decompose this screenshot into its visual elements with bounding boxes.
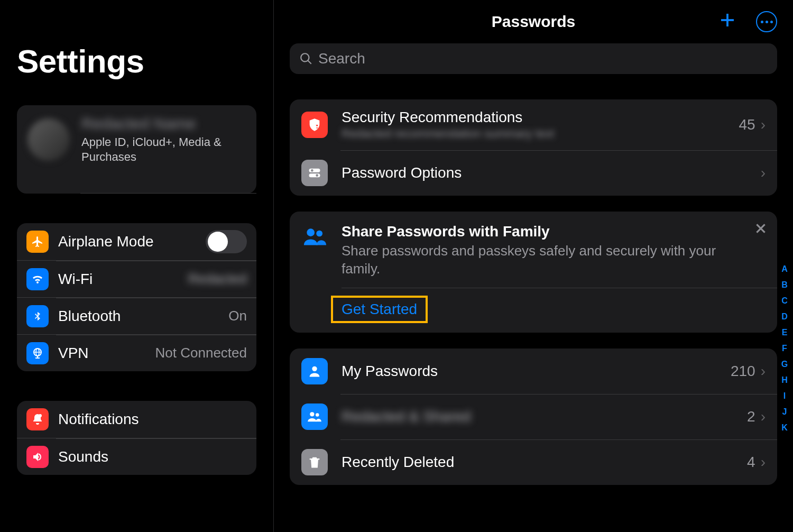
chevron-right-icon: › xyxy=(761,408,766,425)
profile-name: Redacted Name xyxy=(81,115,246,133)
notifications-icon xyxy=(26,408,49,430)
security-count: 45 xyxy=(739,116,755,133)
bluetooth-label: Bluetooth xyxy=(58,308,228,325)
chevron-right-icon: › xyxy=(761,454,766,471)
recently-deleted-label: Recently Deleted xyxy=(342,454,747,471)
alpha-index-letter[interactable]: E xyxy=(779,328,790,337)
settings-sidebar: Settings Redacted Name Apple ID, iCloud+… xyxy=(0,0,274,532)
toggles-icon xyxy=(301,160,328,186)
search-bar[interactable] xyxy=(290,43,777,74)
alpha-index-letter[interactable]: C xyxy=(779,296,790,306)
add-button[interactable] xyxy=(718,10,737,33)
wifi-value: Redacted xyxy=(188,271,247,287)
share-family-promo: Share Passwords with Family Share passwo… xyxy=(290,212,777,333)
more-button[interactable] xyxy=(756,11,777,32)
trash-icon xyxy=(301,449,328,475)
sidebar-item-vpn[interactable]: VPN Not Connected xyxy=(17,334,256,371)
wifi-label: Wi-Fi xyxy=(58,271,188,288)
alpha-index-letter[interactable]: I xyxy=(779,391,790,401)
ellipsis-icon xyxy=(761,21,773,23)
settings-title: Settings xyxy=(17,42,256,80)
sidebar-item-wifi[interactable]: Wi-Fi Redacted xyxy=(17,260,256,297)
svg-point-16 xyxy=(316,231,322,237)
security-label: Security Recommendations xyxy=(342,109,739,126)
alpha-index-letter[interactable]: F xyxy=(779,344,790,353)
passwords-groups-section: My Passwords 210 › Redacted & Shared 2 ›… xyxy=(290,348,777,485)
search-input[interactable] xyxy=(318,50,768,67)
sounds-icon xyxy=(26,446,49,468)
get-started-highlight: Get Started xyxy=(331,296,428,323)
detail-title: Passwords xyxy=(492,13,575,31)
svg-point-10 xyxy=(311,169,313,172)
vpn-icon xyxy=(26,342,49,364)
row-my-passwords[interactable]: My Passwords 210 › xyxy=(290,348,777,394)
airplane-icon xyxy=(26,231,49,253)
alpha-index-letter[interactable]: J xyxy=(779,407,790,417)
shared-group-label: Redacted & Shared xyxy=(342,408,747,425)
sidebar-item-airplane[interactable]: Airplane Mode xyxy=(17,223,256,260)
recently-deleted-count: 4 xyxy=(747,454,755,471)
sidebar-item-bluetooth[interactable]: Bluetooth On xyxy=(17,297,256,334)
svg-rect-11 xyxy=(309,173,320,177)
family-icon xyxy=(301,223,328,250)
my-passwords-label: My Passwords xyxy=(342,363,731,380)
sounds-label: Sounds xyxy=(58,448,247,465)
connectivity-group: Airplane Mode Wi-Fi Redacted Bluetooth O… xyxy=(17,223,256,371)
alpha-index[interactable]: ABCDEFGHIJK xyxy=(779,264,790,433)
row-recently-deleted[interactable]: Recently Deleted 4 › xyxy=(290,439,777,485)
alpha-index-letter[interactable]: K xyxy=(779,423,790,433)
svg-rect-9 xyxy=(309,169,320,172)
notifications-label: Notifications xyxy=(58,411,247,428)
alpha-index-letter[interactable]: B xyxy=(779,280,790,290)
alerts-group: Notifications Sounds xyxy=(17,401,256,475)
row-shared-group[interactable]: Redacted & Shared 2 › xyxy=(290,394,777,439)
promo-description: Share passwords and passkeys safely and … xyxy=(342,242,749,278)
close-button[interactable] xyxy=(754,221,768,239)
my-passwords-count: 210 xyxy=(731,363,755,380)
sidebar-item-notifications[interactable]: Notifications xyxy=(17,401,256,438)
options-label: Password Options xyxy=(342,164,761,181)
profile-subtitle: Apple ID, iCloud+, Media & Purchases xyxy=(81,135,246,164)
vpn-value: Not Connected xyxy=(155,345,247,361)
alpha-index-letter[interactable]: A xyxy=(779,264,790,274)
shield-alert-icon xyxy=(301,112,328,138)
sidebar-item-sounds[interactable]: Sounds xyxy=(17,438,256,475)
row-security-recommendations[interactable]: Security Recommendations Redacted recomm… xyxy=(290,99,777,150)
bluetooth-icon xyxy=(26,305,49,327)
svg-point-17 xyxy=(312,366,317,371)
alpha-index-letter[interactable]: H xyxy=(779,375,790,385)
bluetooth-value: On xyxy=(228,308,247,324)
detail-pane: Passwords Security Recommendatio xyxy=(274,0,793,532)
svg-point-5 xyxy=(39,414,42,417)
get-started-button[interactable]: Get Started xyxy=(342,301,417,317)
vpn-label: VPN xyxy=(58,345,155,362)
people-icon xyxy=(301,403,328,430)
security-subtitle: Redacted recommendation summary text xyxy=(342,127,739,141)
airplane-toggle[interactable] xyxy=(206,230,247,253)
person-icon xyxy=(301,358,328,384)
svg-point-8 xyxy=(317,127,318,129)
security-section: Security Recommendations Redacted recomm… xyxy=(290,99,777,196)
chevron-right-icon: › xyxy=(761,116,766,133)
wifi-icon xyxy=(26,268,49,290)
svg-point-15 xyxy=(307,228,315,236)
chevron-right-icon: › xyxy=(761,363,766,380)
detail-header: Passwords xyxy=(290,0,777,43)
alpha-index-letter[interactable]: D xyxy=(779,312,790,322)
airplane-label: Airplane Mode xyxy=(58,233,206,250)
profile-card[interactable]: Redacted Name Apple ID, iCloud+, Media &… xyxy=(17,105,256,194)
row-password-options[interactable]: Password Options › xyxy=(290,150,777,196)
chevron-right-icon: › xyxy=(761,164,766,181)
svg-point-18 xyxy=(310,412,314,416)
svg-point-12 xyxy=(316,174,318,177)
avatar xyxy=(27,118,70,161)
search-icon xyxy=(299,52,313,66)
alpha-index-letter[interactable]: G xyxy=(779,360,790,369)
svg-point-19 xyxy=(316,413,319,417)
promo-title: Share Passwords with Family xyxy=(342,223,749,240)
shared-group-count: 2 xyxy=(747,408,755,425)
